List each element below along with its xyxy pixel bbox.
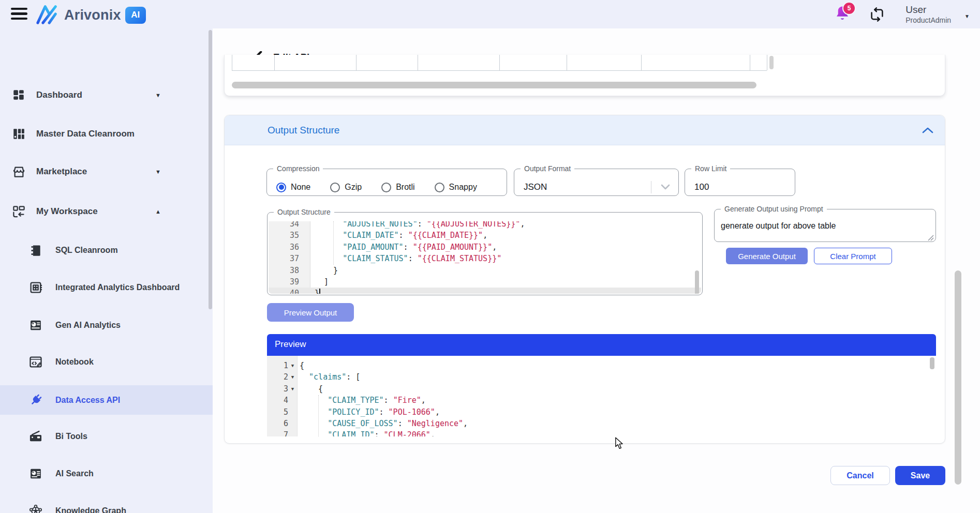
clear-prompt-button[interactable]: Clear Prompt [814,248,892,264]
table-right-border [767,55,767,70]
line-number: 7 [284,429,288,436]
output-format-select[interactable]: Output Format JSON [514,164,679,196]
code-line[interactable]: } [310,288,320,294]
text-cursor [319,289,320,294]
radio-button-icon[interactable] [276,183,286,192]
hamburger-menu-icon[interactable] [11,8,27,21]
radio-button-icon[interactable] [330,183,340,192]
compression-radio-snappy[interactable]: Snappy [435,183,477,192]
editor-scrollbar[interactable] [695,270,699,294]
sidebar-item-dashboard[interactable]: Dashboard▼ [0,82,213,108]
sql-cleanroom-icon [28,243,43,258]
fold-caret-icon[interactable]: ▼ [290,383,295,395]
radio-label: Snappy [449,183,477,192]
sidebar-item-master-data-cleanroom[interactable]: Master Data Cleanroom [0,121,213,147]
line-number: 38 [269,265,310,276]
brand-ai-badge: AI [125,7,146,24]
caret-down-icon[interactable]: ▼ [155,169,161,175]
preview-header-bar: Preview [267,334,936,356]
caret-up-icon[interactable]: ▲ [155,208,161,215]
notifications-button[interactable]: 5 [834,5,852,24]
user-menu[interactable]: User ProductAdmin [905,4,951,25]
switch-account-button[interactable] [869,7,885,22]
table-left-border [232,55,232,70]
fold-caret-icon[interactable]: ▼ [290,371,295,383]
sidebar-item-data-access-api[interactable]: Data Access API [0,385,213,415]
chevron-down-icon[interactable] [660,184,671,191]
output-structure-header[interactable]: Output Structure [225,115,945,145]
user-caret-down-icon[interactable]: ▼ [964,13,970,19]
radio-button-icon[interactable] [435,183,444,192]
preview-scrollbar[interactable] [930,357,934,369]
output-structure-title: Output Structure [268,125,339,136]
fold-caret-icon[interactable]: ▼ [290,360,295,371]
code-editor[interactable]: 34 "ADJUSTER_NOTES": "{{ADJUSTER_NOTES}}… [269,221,701,294]
preview-line-3: 3▼ { [267,383,936,395]
code-line[interactable]: ] [310,276,329,288]
code-line[interactable]: "ADJUSTER_NOTES": "{{ADJUSTER_NOTES}}", [310,221,525,230]
brand-name: Arivonix [64,7,121,23]
output-structure-card: Output Structure Compression NoneGzipBro… [224,115,945,444]
code-line[interactable]: "CLAIM_DATE": "{{CLAIM_DATE}}", [310,230,487,241]
cancel-button[interactable]: Cancel [830,466,890,485]
compression-fieldset: Compression NoneGzipBrotliSnappy [266,164,507,196]
line-number: 4 [284,395,288,406]
code-line[interactable]: } [310,265,338,276]
gen-ai-analytics-icon [28,318,43,333]
output-structure-editor-label: Output Structure [274,208,334,216]
sidebar-item-bi-tools[interactable]: Bi Tools [0,424,213,449]
notebook-icon [28,354,43,370]
row-limit-input[interactable]: Row Limit 100 [685,164,795,196]
editor-line-39[interactable]: 39 ] [269,276,701,288]
compression-radio-gzip[interactable]: Gzip [330,183,362,192]
sidebar-item-label: Data Access API [55,396,120,405]
sidebar-item-my-workspace[interactable]: My Workspace▲ [0,199,213,224]
preview-line-1: 1▼{ [267,360,936,371]
preview-title: Preview [275,339,306,350]
radio-button-icon[interactable] [381,183,391,192]
sidebar-item-label: Marketplace [36,167,87,177]
knowledge-graph-icon [28,503,43,513]
table-column-divider [567,55,567,70]
preview-code-block[interactable]: 1▼{2▼ "claims": [3▼ {4 "CLAIM_TYPE": "Fi… [267,356,936,436]
sidebar-item-notebook[interactable]: Notebook [0,349,213,375]
sidebar-item-sql-cleanroom[interactable]: SQL Cleanroom [0,237,213,263]
output-structure-editor[interactable]: Output Structure 34 "ADJUSTER_NOTES": "{… [267,208,703,295]
table-vertical-scrollbar[interactable] [769,56,774,69]
table-column-divider [641,55,642,70]
sidebar-item-marketplace[interactable]: Marketplace▼ [0,159,213,185]
sidebar-item-gen-ai-analytics[interactable]: Gen AI Analytics [0,312,213,338]
table-bottom-border [232,70,767,71]
switch-icon [869,7,885,22]
master-data-cleanroom-icon [11,127,26,141]
collapse-chevron-up-icon[interactable] [921,125,934,136]
editor-line-40[interactable]: 40} [269,288,701,294]
generate-output-button[interactable]: Generate Output [726,248,808,264]
sidebar-scrollbar[interactable] [209,30,212,309]
preview-indent-guide [318,395,319,436]
window-vertical-scrollbar[interactable] [955,270,961,485]
sidebar-item-label: SQL Cleanroom [55,246,118,255]
sidebar-item-label: Notebook [55,357,94,367]
resize-grip-icon[interactable] [928,234,934,240]
line-number: 5 [284,406,288,418]
code-line[interactable]: "CLAIM_STATUS": "{{CLAIM_STATUS}}" [310,253,501,264]
brand-logo[interactable]: Arivonix AI [36,4,146,26]
table-horizontal-scrollbar[interactable] [232,82,756,88]
code-line[interactable]: "PAID_AMOUNT": "{{PAID_AMOUNT}}", [310,242,497,253]
sidebar-item-integrated-analytics-dashboard[interactable]: Integrated Analytics Dashboard [0,275,213,300]
sidebar-item-label: Master Data Cleanroom [36,129,135,139]
caret-down-icon[interactable]: ▼ [155,92,161,98]
analytics-dashboard-icon [28,280,43,295]
preview-output-button[interactable]: Preview Output [267,303,354,322]
compression-radio-none[interactable]: None [276,183,310,192]
line-number: 34 [269,221,310,230]
editor-line-38[interactable]: 38 } [269,265,701,276]
preview-gutter-cell: 4 [267,395,298,406]
sidebar-item-ai-search[interactable]: AI Search [0,461,213,487]
save-button[interactable]: Save [895,466,945,485]
sidebar-item-knowledge-graph[interactable]: Knowledge Graph [0,498,213,513]
table-column-divider [356,55,357,70]
compression-radio-brotli[interactable]: Brotli [381,183,414,192]
prompt-textarea[interactable]: Generate Output using Prompt generate ou… [714,205,936,242]
